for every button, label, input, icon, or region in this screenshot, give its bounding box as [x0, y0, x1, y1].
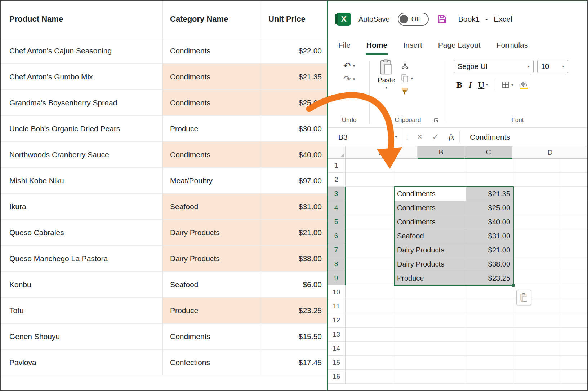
- column-header[interactable]: D: [512, 146, 588, 159]
- format-painter-button[interactable]: [401, 87, 413, 95]
- row-header[interactable]: 4: [328, 201, 346, 215]
- chevron-down-icon[interactable]: ▾: [411, 76, 413, 81]
- cell-b[interactable]: Condiments: [394, 201, 466, 215]
- ribbon-tab[interactable]: Home: [366, 37, 388, 55]
- cell-a[interactable]: [346, 370, 394, 384]
- cell-c[interactable]: [466, 299, 513, 313]
- cell-e[interactable]: [561, 257, 588, 271]
- cell-b[interactable]: Dairy Products: [394, 257, 466, 271]
- row-header[interactable]: 10: [328, 285, 346, 299]
- cell-c[interactable]: [466, 173, 513, 187]
- cell-a[interactable]: [346, 257, 394, 271]
- cell-d[interactable]: [513, 342, 561, 356]
- select-all-button[interactable]: [328, 146, 346, 159]
- cell-b[interactable]: [394, 328, 466, 342]
- cell-d[interactable]: [513, 356, 561, 370]
- redo-button[interactable]: ↷ ▾: [343, 75, 355, 84]
- cell-e[interactable]: [561, 299, 588, 313]
- cell-e[interactable]: [561, 328, 588, 342]
- cell-d[interactable]: [513, 201, 561, 215]
- name-box[interactable]: B3 ▾: [328, 128, 402, 146]
- cell-a[interactable]: [346, 328, 394, 342]
- cell-a[interactable]: [346, 215, 394, 229]
- cell-e[interactable]: [561, 342, 588, 356]
- row-header[interactable]: 7: [328, 243, 346, 257]
- enter-button[interactable]: ✓: [428, 128, 444, 146]
- cell-d[interactable]: [513, 257, 561, 271]
- cell-a[interactable]: [346, 285, 394, 299]
- cell-b[interactable]: Seafood: [394, 229, 466, 243]
- row-header[interactable]: 14: [328, 342, 346, 356]
- cell-a[interactable]: [346, 271, 394, 285]
- cell-d[interactable]: [513, 159, 561, 173]
- chevron-down-icon[interactable]: ▾: [486, 83, 488, 87]
- row-header[interactable]: 13: [328, 328, 346, 342]
- undo-button[interactable]: ↶ ▾: [343, 61, 355, 70]
- cell-e[interactable]: [561, 271, 588, 285]
- cell-b[interactable]: Dairy Products: [394, 243, 466, 257]
- cell-d[interactable]: [513, 370, 561, 384]
- chevron-down-icon[interactable]: ▾: [353, 64, 355, 68]
- cell-d[interactable]: [513, 243, 561, 257]
- clipboard-dialog-launcher-icon[interactable]: [433, 118, 439, 123]
- cell-c[interactable]: [466, 328, 513, 342]
- cell-a[interactable]: [346, 229, 394, 243]
- cell-a[interactable]: [346, 243, 394, 257]
- cell-c[interactable]: [466, 313, 513, 328]
- cell-d[interactable]: [513, 229, 561, 243]
- cell-c[interactable]: [466, 342, 513, 356]
- cell-c[interactable]: [466, 159, 513, 173]
- cell-b[interactable]: [394, 173, 466, 187]
- row-header[interactable]: 16: [328, 370, 346, 384]
- cell-e[interactable]: [561, 370, 588, 384]
- cell-c[interactable]: $40.00: [466, 215, 513, 229]
- cell-d[interactable]: [513, 313, 561, 328]
- cancel-button[interactable]: ×: [412, 128, 428, 146]
- cell-b[interactable]: [394, 342, 466, 356]
- column-header[interactable]: A: [346, 146, 418, 159]
- cell-c[interactable]: $21.00: [466, 243, 513, 257]
- row-header[interactable]: 6: [328, 229, 346, 243]
- italic-button[interactable]: I: [469, 80, 472, 90]
- chevron-down-icon[interactable]: ▾: [353, 77, 355, 81]
- cell-e[interactable]: [561, 215, 588, 229]
- cell-e[interactable]: [561, 313, 588, 328]
- row-header[interactable]: 1: [328, 159, 346, 173]
- chevron-down-icon[interactable]: ▾: [395, 135, 397, 139]
- autosave-toggle[interactable]: Off: [398, 13, 429, 26]
- ribbon-tab[interactable]: Insert: [402, 37, 423, 55]
- cell-d[interactable]: [513, 187, 561, 201]
- column-header[interactable]: B: [418, 146, 465, 159]
- cell-e[interactable]: [561, 356, 588, 370]
- save-icon[interactable]: [437, 14, 447, 25]
- cell-a[interactable]: [346, 313, 394, 328]
- cell-e[interactable]: [561, 187, 588, 201]
- cell-c[interactable]: [466, 370, 513, 384]
- cell-b[interactable]: Condiments: [394, 215, 466, 229]
- cell-c[interactable]: $23.25: [466, 271, 513, 285]
- cell-d[interactable]: [513, 271, 561, 285]
- row-header[interactable]: 8: [328, 257, 346, 271]
- paste-button[interactable]: Paste ▾: [378, 59, 395, 95]
- copy-button[interactable]: ▾: [401, 74, 413, 83]
- underline-button[interactable]: U ▾: [478, 80, 488, 90]
- formula-bar-content[interactable]: Condiments: [460, 128, 510, 146]
- cell-b[interactable]: Condiments: [394, 187, 466, 201]
- cell-d[interactable]: [513, 215, 561, 229]
- bold-button[interactable]: B: [456, 80, 462, 90]
- cell-b[interactable]: [394, 285, 466, 299]
- column-header[interactable]: C: [465, 146, 512, 159]
- cell-c[interactable]: [466, 285, 513, 299]
- cut-button[interactable]: [401, 62, 413, 69]
- font-name-select[interactable]: Segoe UI ▾: [454, 60, 534, 73]
- formula-bar-grip-icon[interactable]: ⋮: [402, 128, 412, 146]
- cell-b[interactable]: [394, 356, 466, 370]
- ribbon-tab[interactable]: Page Layout: [437, 37, 481, 55]
- cell-a[interactable]: [346, 187, 394, 201]
- row-header[interactable]: 11: [328, 299, 346, 313]
- cell-e[interactable]: [561, 285, 588, 299]
- font-size-select[interactable]: 10 ▾: [537, 60, 568, 73]
- cell-e[interactable]: [561, 173, 588, 187]
- cell-a[interactable]: [346, 299, 394, 313]
- cell-a[interactable]: [346, 159, 394, 173]
